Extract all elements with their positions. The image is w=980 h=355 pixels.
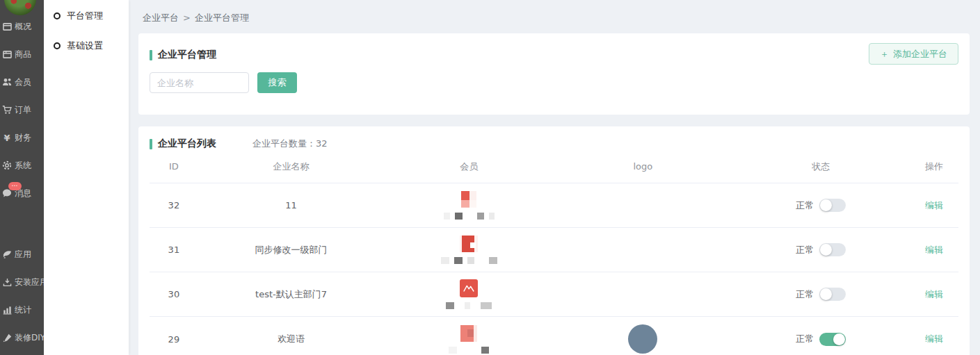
list-title-row: 企业平台列表 [150, 138, 216, 150]
table-row: 30 test-默认主部门7 正常 [150, 272, 958, 317]
sidebar-item-label: 系统 [15, 160, 31, 172]
main-sidebar: 概况 商品 会员 订单 ¥ 财务 系统 ⋯ 消息 [0, 0, 44, 355]
list-card-header: 企业平台列表 企业平台数量：32 [138, 126, 970, 150]
cell-enterprise-name: 同步修改一级部门 [198, 244, 384, 256]
col-header-logo: logo [554, 161, 732, 172]
member-avatar-image [460, 279, 478, 297]
status-toggle[interactable] [819, 243, 846, 256]
status-toggle[interactable] [819, 199, 846, 212]
cell-id: 32 [150, 200, 198, 210]
redacted-member-names [441, 257, 497, 264]
diy-icon [2, 333, 12, 342]
cell-logo [554, 324, 732, 354]
install-apps-icon [2, 277, 12, 287]
cell-member [384, 191, 554, 220]
status-label: 正常 [796, 244, 814, 256]
list-title: 企业平台列表 [158, 138, 216, 150]
cell-status: 正常 [732, 288, 910, 301]
status-toggle[interactable] [819, 288, 846, 301]
col-header-id: ID [150, 161, 198, 172]
user-avatar[interactable] [4, 0, 36, 15]
search-card: 企业平台管理 ＋ 添加企业平台 搜索 [138, 33, 970, 115]
title-accent-bar [150, 50, 152, 60]
toggle-knob [820, 199, 832, 211]
secondary-sidebar: 平台管理 基础设置 [44, 0, 129, 355]
status-toggle[interactable] [819, 333, 846, 346]
sidebar-item-label: 统计 [15, 304, 31, 316]
col-header-name: 企业名称 [198, 160, 384, 173]
cell-member [384, 325, 554, 354]
status-label: 正常 [796, 288, 814, 301]
list-card: 企业平台列表 企业平台数量：32 ID 企业名称 会员 logo 状态 操作 3… [138, 126, 970, 355]
toggle-knob [833, 333, 845, 345]
enterprise-name-input[interactable] [150, 72, 249, 93]
submenu-item-basic-settings[interactable]: 基础设置 [44, 40, 129, 52]
edit-link[interactable]: 编辑 [925, 289, 943, 299]
cell-member [384, 279, 554, 309]
toggle-knob [820, 244, 832, 256]
sidebar-item-label: 会员 [15, 76, 31, 88]
cell-status: 正常 [732, 243, 910, 256]
message-badge: ⋯ [8, 182, 22, 190]
breadcrumb-parent[interactable]: 企业平台 [143, 13, 179, 23]
submenu-item-label: 基础设置 [67, 40, 103, 52]
breadcrumb-separator: > [183, 13, 191, 23]
apps-icon [2, 249, 12, 259]
cell-id: 29 [150, 334, 198, 345]
overview-icon [2, 22, 12, 31]
goods-icon [2, 49, 12, 59]
plus-icon: ＋ [880, 48, 889, 60]
finance-icon: ¥ [2, 133, 12, 142]
member-avatar-image [461, 191, 476, 208]
sidebar-item-system[interactable]: 系统 [0, 160, 44, 171]
cell-enterprise-name: test-默认主部门7 [198, 288, 384, 301]
edit-link[interactable]: 编辑 [925, 200, 943, 210]
submenu-item-label: 平台管理 [67, 10, 103, 22]
breadcrumb-current: 企业平台管理 [195, 13, 249, 23]
sidebar-item-label: 商品 [15, 49, 31, 60]
cell-id: 31 [150, 245, 198, 255]
toggle-knob [820, 288, 832, 300]
sidebar-menu: 概况 商品 会员 订单 ¥ 财务 系统 ⋯ 消息 [0, 21, 44, 355]
cell-member [384, 236, 554, 264]
edit-link[interactable]: 编辑 [925, 245, 943, 255]
sidebar-item-apps[interactable]: 应用 [0, 249, 44, 260]
col-header-status: 状态 [732, 160, 910, 173]
platform-count: 企业平台数量：32 [252, 138, 328, 150]
main-content: 企业平台>企业平台管理 企业平台管理 ＋ 添加企业平台 搜索 企业平台列表 企业… [129, 0, 980, 355]
add-enterprise-platform-button[interactable]: ＋ 添加企业平台 [869, 43, 958, 65]
edit-link[interactable]: 编辑 [925, 333, 943, 344]
col-header-action: 操作 [910, 160, 958, 173]
sidebar-item-label: 财务 [15, 132, 31, 144]
cell-enterprise-name: 11 [198, 200, 384, 210]
sidebar-item-stats[interactable]: 统计 [0, 304, 44, 315]
member-avatar-image [460, 325, 477, 342]
page-title: 企业平台管理 [158, 49, 216, 61]
sidebar-item-overview[interactable]: 概况 [0, 21, 44, 32]
sidebar-item-members[interactable]: 会员 [0, 76, 44, 88]
search-row: 搜索 [150, 72, 970, 93]
sidebar-item-messages[interactable]: ⋯ 消息 [0, 188, 44, 199]
sidebar-item-label: 应用 [15, 249, 31, 261]
redacted-member-names [446, 302, 492, 309]
search-card-title-row: 企业平台管理 [144, 33, 970, 61]
stats-icon [2, 305, 12, 315]
cell-status: 正常 [732, 199, 910, 212]
table-row: 29 欢迎语 正常 [150, 317, 958, 355]
sidebar-item-label: 概况 [15, 21, 31, 33]
cell-enterprise-name: 欢迎语 [198, 333, 384, 345]
submenu-item-platform-management[interactable]: 平台管理 [44, 10, 129, 22]
cell-status: 正常 [732, 333, 910, 346]
sidebar-item-finance[interactable]: ¥ 财务 [0, 132, 44, 143]
table-header-row: ID 企业名称 会员 logo 状态 操作 [150, 150, 958, 183]
search-button[interactable]: 搜索 [257, 72, 297, 93]
sidebar-item-install-apps[interactable]: 安装应用 [0, 276, 44, 288]
sidebar-item-goods[interactable]: 商品 [0, 49, 44, 60]
sidebar-item-diy[interactable]: 装修DIY [0, 332, 44, 343]
sidebar-item-orders[interactable]: 订单 [0, 104, 44, 115]
table-row: 31 同步修改一级部门 正常 编 [150, 228, 958, 272]
add-button-label: 添加企业平台 [893, 48, 947, 60]
col-header-member: 会员 [384, 160, 554, 173]
system-icon [2, 160, 12, 170]
sidebar-item-label: 订单 [15, 104, 31, 116]
